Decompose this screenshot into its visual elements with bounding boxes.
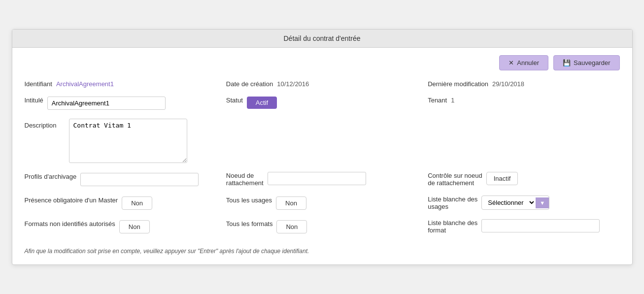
value-date-creation: 10/12/2016 [277, 80, 309, 88]
dialog-title: Détail du contrat d'entrée [12, 30, 632, 48]
field-identifiant: Identifiant ArchivalAgreement1 [25, 80, 216, 88]
field-presence-master: Présence obligatoire d'un Master Non [25, 196, 216, 210]
cancel-label: Annuler [517, 59, 539, 66]
value-identifiant: ArchivalAgreement1 [56, 80, 114, 88]
row-formats: Formats non identifiés autorisés Non Tou… [25, 219, 620, 234]
label-statut: Statut [226, 97, 243, 104]
row-master: Présence obligatoire d'un Master Non Tou… [25, 196, 620, 210]
field-intitule: Intitulé [25, 97, 216, 110]
toolbar: ✕ Annuler 💾 Sauvegarder [25, 55, 620, 70]
label-noeud: Noeud de rattachement [226, 172, 264, 187]
label-presence-master: Présence obligatoire d'un Master [25, 196, 118, 204]
field-tous-usages: Tous les usages Non [226, 196, 418, 210]
field-controle-noeud: Contrôle sur noeud de rattachement Inact… [428, 172, 619, 187]
field-tenant: Tenant 1 [428, 97, 619, 104]
input-liste-blanche-formats[interactable] [481, 219, 600, 232]
field-liste-blanche-usages: Liste blanche des usages Sélectionner ▼ [428, 196, 619, 210]
field-profils: Profils d'archivage [25, 173, 216, 186]
label-intitule: Intitulé [25, 97, 43, 104]
label-controle-noeud: Contrôle sur noeud de rattachement [428, 172, 482, 187]
controle-noeud-button[interactable]: Inactif [486, 172, 518, 185]
btn-presence-master[interactable]: Non [122, 196, 152, 210]
value-tenant: 1 [451, 97, 454, 104]
field-tous-formats: Tous les formats Non [226, 220, 418, 233]
row-description: Description Contrat Vitam 1 [25, 119, 620, 163]
label-description: Description [25, 119, 64, 129]
save-button[interactable]: 💾 Sauvegarder [553, 55, 619, 70]
save-label: Sauvegarder [574, 59, 610, 66]
form-grid: Identifiant ArchivalAgreement1 Date de c… [25, 80, 620, 255]
input-profils[interactable] [80, 173, 199, 186]
label-tenant: Tenant [428, 97, 447, 104]
cancel-button[interactable]: ✕ Annuler [499, 55, 548, 70]
select-usages-dropdown[interactable]: Sélectionner [482, 196, 536, 209]
dialog-container: Détail du contrat d'entrée ✕ Annuler 💾 S… [12, 29, 633, 265]
label-liste-blanche-usages: Liste blanche des usages [428, 196, 477, 210]
note-text: Afin que la modification soit prise en c… [25, 248, 620, 255]
label-formats-non-identifies: Formats non identifiés autorisés [25, 220, 115, 228]
row-profils: Profils d'archivage Noeud de rattachemen… [25, 172, 620, 187]
label-liste-blanche-formats: Liste blanche des format [428, 219, 477, 234]
input-description[interactable]: Contrat Vitam 1 [69, 119, 187, 163]
label-profils: Profils d'archivage [25, 173, 77, 180]
field-statut: Statut Actif [226, 97, 418, 109]
input-noeud[interactable] [268, 172, 366, 185]
field-formats-non-identifies: Formats non identifiés autorisés Non [25, 220, 216, 233]
btn-tous-usages[interactable]: Non [276, 196, 306, 210]
value-derniere-modification: 29/10/2018 [492, 80, 524, 88]
label-tous-usages: Tous les usages [226, 196, 272, 204]
label-identifiant: Identifiant [25, 80, 52, 88]
input-intitule[interactable] [47, 97, 166, 110]
field-noeud: Noeud de rattachement [226, 172, 418, 187]
field-liste-blanche-formats: Liste blanche des format [428, 219, 619, 234]
field-derniere-modification: Dernière modification 29/10/2018 [428, 80, 619, 88]
btn-tous-formats[interactable]: Non [276, 220, 307, 233]
dialog-body: ✕ Annuler 💾 Sauvegarder Identifiant Arch… [12, 48, 632, 264]
status-badge-actif: Actif [247, 97, 277, 109]
label-date-creation: Date de création [226, 80, 273, 88]
field-date-creation: Date de création 10/12/2016 [226, 80, 418, 88]
row-identifiant: Identifiant ArchivalAgreement1 Date de c… [25, 80, 620, 88]
btn-formats-non-identifies[interactable]: Non [119, 220, 150, 233]
select-usages-arrow: ▼ [536, 197, 549, 208]
select-liste-blanche-usages[interactable]: Sélectionner ▼ [481, 196, 549, 210]
row-intitule: Intitulé Statut Actif Tenant 1 [25, 97, 620, 110]
cancel-icon: ✕ [508, 59, 514, 66]
label-tous-formats: Tous les formats [226, 220, 273, 228]
save-icon: 💾 [563, 59, 571, 66]
label-derniere-modification: Dernière modification [428, 80, 488, 88]
